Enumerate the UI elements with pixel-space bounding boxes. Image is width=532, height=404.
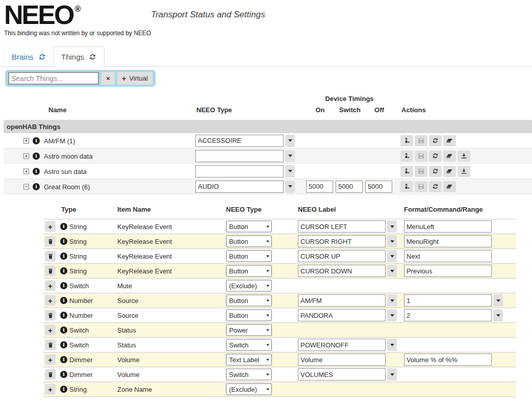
refresh-icon[interactable] — [38, 53, 46, 61]
info-icon[interactable] — [33, 168, 40, 175]
info-icon[interactable] — [60, 341, 67, 348]
add-channel-button[interactable] — [45, 281, 56, 291]
delete-channel-button[interactable] — [45, 266, 56, 276]
format-dropdown-button[interactable] — [493, 309, 503, 321]
neeo-label-input[interactable] — [298, 309, 386, 321]
channels-button[interactable] — [400, 135, 413, 146]
label-dropdown-button[interactable] — [387, 265, 397, 277]
restore-button[interactable] — [443, 181, 456, 192]
tab-things[interactable]: Things — [53, 46, 105, 67]
label-dropdown-button[interactable] — [387, 294, 397, 307]
info-icon[interactable] — [60, 238, 67, 245]
add-virtual-button[interactable]: + Virtual — [117, 72, 153, 85]
info-icon[interactable] — [60, 252, 67, 260]
neeo-type-select[interactable]: Button — [226, 310, 272, 321]
info-icon[interactable] — [60, 297, 67, 304]
save-button[interactable] — [415, 135, 427, 146]
info-icon[interactable] — [33, 137, 40, 144]
add-channel-button[interactable] — [45, 355, 56, 365]
neeo-label-input[interactable] — [298, 265, 386, 277]
timing-on-input[interactable] — [306, 181, 333, 193]
refresh-button[interactable] — [429, 135, 442, 146]
neeo-type-input[interactable] — [195, 135, 284, 147]
delete-channel-button[interactable] — [45, 340, 56, 350]
info-icon[interactable] — [33, 183, 40, 190]
label-dropdown-button[interactable] — [387, 368, 397, 381]
refresh-button[interactable] — [429, 166, 442, 177]
neeo-type-select[interactable]: Button — [226, 295, 272, 307]
neeo-type-select[interactable]: Button — [226, 236, 272, 247]
format-input[interactable] — [404, 309, 492, 321]
save-button[interactable] — [415, 166, 427, 177]
tab-brains[interactable]: Brains — [4, 46, 54, 66]
neeo-label-input[interactable] — [298, 220, 386, 233]
info-icon[interactable] — [60, 223, 67, 230]
save-button[interactable] — [415, 181, 427, 192]
channels-button[interactable] — [400, 150, 413, 162]
neeo-label-input[interactable] — [298, 294, 386, 307]
neeo-type-dropdown-button[interactable] — [285, 135, 295, 147]
format-input[interactable] — [404, 250, 492, 262]
neeo-label-input[interactable] — [298, 368, 386, 381]
format-input[interactable] — [404, 265, 492, 277]
neeo-type-select[interactable]: Power — [226, 324, 272, 336]
neeo-type-input[interactable] — [195, 181, 284, 193]
format-input[interactable] — [404, 235, 492, 247]
neeo-type-select[interactable]: (Exclude) — [226, 384, 272, 395]
label-dropdown-button[interactable] — [387, 235, 397, 247]
info-icon[interactable] — [60, 371, 67, 378]
neeo-type-dropdown-button[interactable] — [285, 165, 295, 178]
info-icon[interactable] — [60, 356, 67, 363]
refresh-button[interactable] — [429, 181, 442, 192]
channels-button[interactable] — [400, 181, 413, 192]
timing-switch-input[interactable] — [336, 181, 363, 193]
neeo-type-select[interactable]: Switch — [226, 339, 272, 351]
neeo-type-select[interactable]: Button — [226, 221, 272, 233]
neeo-type-select[interactable]: Text Label — [226, 354, 272, 366]
expand-icon[interactable] — [23, 153, 29, 159]
label-dropdown-button[interactable] — [387, 220, 397, 233]
restore-button[interactable] — [443, 150, 456, 162]
neeo-type-select[interactable]: Button — [226, 265, 272, 277]
expand-icon[interactable] — [23, 138, 29, 143]
restore-button[interactable] — [443, 135, 456, 146]
channels-button[interactable] — [400, 166, 413, 177]
format-input[interactable] — [404, 353, 492, 366]
info-icon[interactable] — [60, 312, 67, 319]
clear-search-button[interactable]: × — [102, 72, 115, 85]
neeo-type-select[interactable]: (Exclude) — [226, 280, 272, 292]
neeo-type-dropdown-button[interactable] — [285, 150, 295, 162]
collapse-icon[interactable] — [23, 184, 29, 189]
refresh-button[interactable] — [429, 150, 442, 162]
neeo-label-input[interactable] — [298, 353, 386, 366]
info-icon[interactable] — [60, 386, 67, 393]
timing-off-input[interactable] — [365, 181, 392, 193]
add-channel-button[interactable] — [45, 295, 56, 306]
delete-channel-button[interactable] — [45, 369, 56, 380]
label-dropdown-button[interactable] — [387, 250, 397, 262]
neeo-type-dropdown-button[interactable] — [285, 181, 295, 193]
label-dropdown-button[interactable] — [387, 309, 397, 321]
add-channel-button[interactable] — [45, 221, 56, 232]
info-icon[interactable] — [60, 326, 67, 334]
neeo-type-select[interactable]: Button — [226, 250, 272, 262]
delete-channel-button[interactable] — [45, 251, 56, 262]
save-button[interactable] — [415, 150, 427, 162]
format-dropdown-button[interactable] — [493, 294, 503, 307]
neeo-label-input[interactable] — [298, 339, 386, 351]
refresh-icon[interactable] — [89, 53, 96, 61]
expand-icon[interactable] — [23, 168, 29, 174]
info-icon[interactable] — [60, 267, 67, 274]
add-channel-button[interactable] — [45, 325, 56, 336]
neeo-label-input[interactable] — [298, 250, 386, 262]
neeo-label-input[interactable] — [298, 235, 386, 247]
neeo-type-select[interactable]: Switch — [226, 369, 272, 381]
restore-button[interactable] — [443, 166, 456, 177]
format-input[interactable] — [404, 294, 492, 307]
neeo-type-input[interactable] — [195, 150, 284, 162]
neeo-type-input[interactable] — [195, 165, 284, 178]
delete-channel-button[interactable] — [45, 236, 56, 247]
delete-channel-button[interactable] — [45, 310, 56, 321]
add-channel-button[interactable] — [45, 384, 56, 395]
info-icon[interactable] — [60, 282, 67, 289]
